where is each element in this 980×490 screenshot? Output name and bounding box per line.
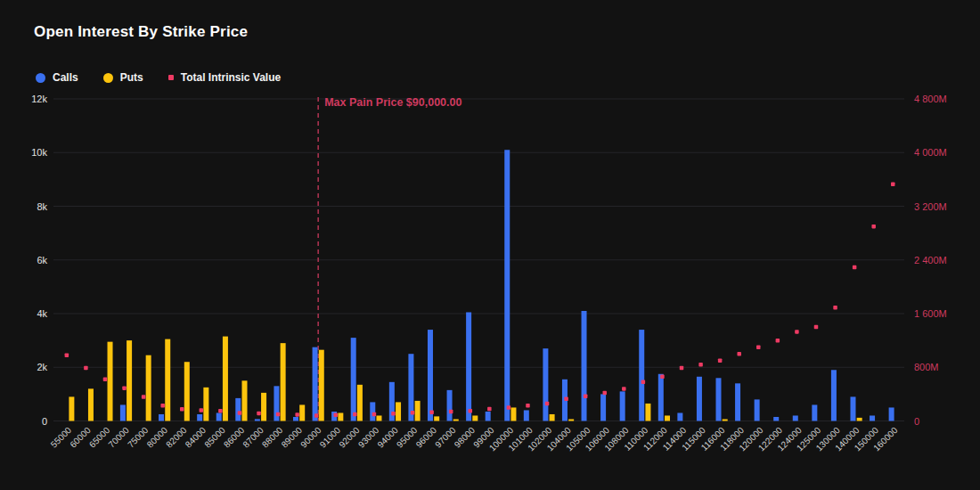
intrinsic-value-dot[interactable] xyxy=(660,375,665,380)
call-bar[interactable] xyxy=(197,414,202,421)
intrinsic-value-dot[interactable] xyxy=(545,402,550,406)
put-bar[interactable] xyxy=(319,350,324,421)
call-bar[interactable] xyxy=(889,407,894,421)
call-bar[interactable] xyxy=(735,383,740,421)
intrinsic-value-dot[interactable] xyxy=(737,352,741,356)
intrinsic-value-dot[interactable] xyxy=(180,407,184,412)
put-bar[interactable] xyxy=(723,420,728,421)
call-bar[interactable] xyxy=(773,417,779,421)
put-bar[interactable] xyxy=(299,404,305,421)
intrinsic-value-dot[interactable] xyxy=(564,396,568,401)
intrinsic-value-dot[interactable] xyxy=(776,339,780,343)
intrinsic-value-dot[interactable] xyxy=(142,395,146,399)
call-bar[interactable] xyxy=(755,399,760,421)
intrinsic-value-dot[interactable] xyxy=(814,325,819,330)
intrinsic-value-dot[interactable] xyxy=(238,411,242,415)
intrinsic-value-dot[interactable] xyxy=(622,387,626,391)
call-bar[interactable] xyxy=(370,402,375,421)
put-bar[interactable] xyxy=(261,393,266,421)
intrinsic-value-dot[interactable] xyxy=(295,412,299,417)
intrinsic-value-dot[interactable] xyxy=(680,366,684,371)
call-bar[interactable] xyxy=(255,419,260,421)
put-bar[interactable] xyxy=(857,418,862,421)
put-bar[interactable] xyxy=(453,420,459,421)
intrinsic-value-dot[interactable] xyxy=(641,380,646,385)
intrinsic-value-dot[interactable] xyxy=(334,413,339,418)
intrinsic-value-dot[interactable] xyxy=(507,405,511,410)
put-bar[interactable] xyxy=(376,415,381,421)
put-bar[interactable] xyxy=(415,401,421,421)
put-bar[interactable] xyxy=(510,407,516,421)
intrinsic-value-dot[interactable] xyxy=(718,359,723,363)
call-bar[interactable] xyxy=(677,412,682,421)
intrinsic-value-dot[interactable] xyxy=(257,412,261,416)
intrinsic-value-dot[interactable] xyxy=(276,412,281,417)
intrinsic-value-dot[interactable] xyxy=(871,225,876,228)
call-bar[interactable] xyxy=(486,412,491,421)
put-bar[interactable] xyxy=(241,380,247,421)
call-bar[interactable] xyxy=(793,415,798,421)
put-bar[interactable] xyxy=(127,340,132,421)
put-bar[interactable] xyxy=(645,404,650,421)
intrinsic-value-dot[interactable] xyxy=(449,410,453,414)
call-bar[interactable] xyxy=(582,311,587,421)
put-bar[interactable] xyxy=(281,343,286,421)
call-bar[interactable] xyxy=(159,414,164,421)
put-bar[interactable] xyxy=(88,388,94,421)
call-bar[interactable] xyxy=(543,348,548,421)
intrinsic-value-dot[interactable] xyxy=(584,394,588,398)
put-bar[interactable] xyxy=(472,415,478,421)
put-bar[interactable] xyxy=(665,415,670,421)
intrinsic-value-dot[interactable] xyxy=(487,407,492,412)
intrinsic-value-dot[interactable] xyxy=(65,353,69,357)
call-bar[interactable] xyxy=(216,412,222,421)
call-bar[interactable] xyxy=(235,398,241,421)
put-bar[interactable] xyxy=(146,355,151,421)
call-bar[interactable] xyxy=(812,404,817,421)
call-bar[interactable] xyxy=(658,374,664,421)
call-bar[interactable] xyxy=(313,347,318,421)
call-bar[interactable] xyxy=(831,370,837,421)
put-bar[interactable] xyxy=(357,385,363,421)
call-bar[interactable] xyxy=(447,390,453,421)
intrinsic-value-dot[interactable] xyxy=(602,391,607,396)
intrinsic-value-dot[interactable] xyxy=(122,386,127,390)
intrinsic-value-dot[interactable] xyxy=(698,363,703,367)
put-bar[interactable] xyxy=(338,412,343,421)
put-bar[interactable] xyxy=(203,388,208,421)
put-bar[interactable] xyxy=(223,337,228,421)
call-bar[interactable] xyxy=(120,404,126,421)
call-bar[interactable] xyxy=(428,330,433,421)
call-bar[interactable] xyxy=(697,377,702,421)
put-bar[interactable] xyxy=(69,396,74,421)
intrinsic-value-dot[interactable] xyxy=(314,413,319,418)
intrinsic-value-dot[interactable] xyxy=(353,412,357,417)
call-bar[interactable] xyxy=(351,338,356,421)
put-bar[interactable] xyxy=(165,339,170,421)
intrinsic-value-dot[interactable] xyxy=(429,411,434,415)
call-bar[interactable] xyxy=(620,391,625,421)
intrinsic-value-dot[interactable] xyxy=(795,330,799,334)
call-bar[interactable] xyxy=(504,150,510,421)
put-bar[interactable] xyxy=(568,420,574,421)
intrinsic-value-dot[interactable] xyxy=(103,378,108,382)
intrinsic-value-dot[interactable] xyxy=(411,411,415,415)
intrinsic-value-dot[interactable] xyxy=(160,404,165,408)
call-bar[interactable] xyxy=(639,330,644,421)
intrinsic-value-dot[interactable] xyxy=(469,409,473,413)
call-bar[interactable] xyxy=(600,394,606,421)
intrinsic-value-dot[interactable] xyxy=(756,345,761,349)
call-bar[interactable] xyxy=(850,396,855,421)
call-bar[interactable] xyxy=(870,415,875,421)
intrinsic-value-dot[interactable] xyxy=(526,404,530,408)
intrinsic-value-dot[interactable] xyxy=(218,409,223,413)
intrinsic-value-dot[interactable] xyxy=(853,265,857,270)
intrinsic-value-dot[interactable] xyxy=(372,412,377,417)
intrinsic-value-dot[interactable] xyxy=(200,408,204,412)
put-bar[interactable] xyxy=(108,342,113,421)
call-bar[interactable] xyxy=(293,417,298,421)
put-bar[interactable] xyxy=(550,414,555,421)
call-bar[interactable] xyxy=(716,378,722,421)
intrinsic-value-dot[interactable] xyxy=(833,306,837,310)
intrinsic-value-dot[interactable] xyxy=(891,182,895,186)
